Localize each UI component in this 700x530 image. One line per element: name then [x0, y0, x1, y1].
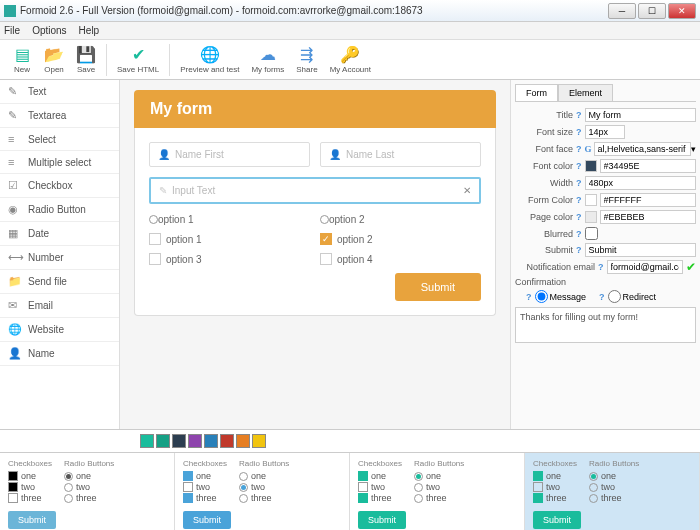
palette-swatch[interactable]: [236, 434, 250, 448]
palette-swatch[interactable]: [156, 434, 170, 448]
prop-blurred-checkbox[interactable]: [585, 227, 598, 240]
palette-swatch[interactable]: [204, 434, 218, 448]
theme-metro[interactable]: CheckboxesonetwothreeRadio Buttonsonetwo…: [175, 453, 350, 530]
help-icon[interactable]: ?: [526, 292, 532, 302]
tab-form[interactable]: Form: [515, 84, 558, 101]
widget-send-file[interactable]: 📁Send file: [0, 270, 119, 294]
prop-fontsize-input[interactable]: [585, 125, 625, 139]
window-maximize-button[interactable]: ☐: [638, 3, 666, 19]
palette-swatch[interactable]: [140, 434, 154, 448]
theme-solid[interactable]: CheckboxesonetwothreeRadio Buttonsonetwo…: [525, 453, 700, 530]
theme-checkbox[interactable]: three: [8, 493, 52, 503]
tab-element[interactable]: Element: [558, 84, 613, 101]
theme-checkbox[interactable]: three: [183, 493, 227, 503]
theme-checkbox[interactable]: ✓one: [8, 471, 52, 481]
help-icon[interactable]: ?: [576, 229, 582, 239]
theme-checkbox[interactable]: three: [358, 493, 402, 503]
help-icon[interactable]: ?: [576, 161, 582, 171]
palette-swatch[interactable]: [188, 434, 202, 448]
theme-submit-button[interactable]: Submit: [183, 511, 231, 529]
confirmation-message-radio[interactable]: [535, 290, 548, 303]
confirmation-redirect-radio[interactable]: [608, 290, 621, 303]
widget-name[interactable]: 👤Name: [0, 342, 119, 366]
theme-radio[interactable]: one: [64, 471, 114, 481]
toolbar-savehtml-button[interactable]: ✔Save HTML: [111, 43, 165, 76]
menu-options[interactable]: Options: [32, 25, 66, 36]
help-icon[interactable]: ?: [576, 127, 582, 137]
widget-website[interactable]: 🌐Website: [0, 318, 119, 342]
theme-radio[interactable]: three: [239, 493, 289, 503]
widget-email[interactable]: ✉Email: [0, 294, 119, 318]
form-title[interactable]: My form: [134, 90, 496, 128]
widget-text[interactable]: ✎Text: [0, 80, 119, 104]
prop-notifemail-input[interactable]: [607, 260, 684, 274]
toolbar-open-button[interactable]: 📂Open: [38, 43, 70, 76]
color-swatch[interactable]: [585, 194, 597, 206]
palette-swatch[interactable]: [172, 434, 186, 448]
widget-radio-button[interactable]: ◉Radio Button: [0, 198, 119, 222]
theme-radio[interactable]: one: [414, 471, 464, 481]
toolbar-new-button[interactable]: ▤New: [6, 43, 38, 76]
form-canvas[interactable]: My form 👤Name First 👤Name Last ✎Input Te…: [120, 80, 510, 429]
prop-title-input[interactable]: [585, 108, 697, 122]
color-swatch[interactable]: [585, 160, 597, 172]
theme-checkbox[interactable]: two: [533, 482, 577, 492]
dropdown-icon[interactable]: ▾: [691, 144, 696, 154]
palette-swatch[interactable]: [252, 434, 266, 448]
toolbar-save-button[interactable]: 💾Save: [70, 43, 102, 76]
theme-radio[interactable]: one: [239, 471, 289, 481]
theme-checkbox[interactable]: ✓two: [8, 482, 52, 492]
help-icon[interactable]: ?: [576, 195, 582, 205]
toolbar-myforms-button[interactable]: ☁My forms: [245, 43, 290, 76]
widget-number[interactable]: ⟷Number: [0, 246, 119, 270]
theme-checkbox[interactable]: one: [183, 471, 227, 481]
widget-multiple-select[interactable]: ≡Multiple select: [0, 151, 119, 174]
theme-checkbox[interactable]: two: [183, 482, 227, 492]
check-option-1[interactable]: option 1: [149, 233, 310, 245]
theme-radio[interactable]: two: [64, 482, 114, 492]
name-first-field[interactable]: 👤Name First: [149, 142, 310, 167]
radio-option-1[interactable]: option 1: [149, 214, 310, 225]
theme-checkbox[interactable]: one: [533, 471, 577, 481]
theme-submit-button[interactable]: Submit: [533, 511, 581, 529]
help-icon[interactable]: ?: [599, 292, 605, 302]
prop-pagecolor-input[interactable]: [600, 210, 697, 224]
theme-radio[interactable]: two: [239, 482, 289, 492]
theme-radio[interactable]: one: [589, 471, 639, 481]
prop-formcolor-input[interactable]: [600, 193, 697, 207]
form-submit-button[interactable]: Submit: [395, 273, 481, 301]
theme-checkbox[interactable]: two: [358, 482, 402, 492]
theme-radio[interactable]: three: [589, 493, 639, 503]
palette-swatch[interactable]: [220, 434, 234, 448]
theme-submit-button[interactable]: Submit: [8, 511, 56, 529]
theme-radio[interactable]: two: [414, 482, 464, 492]
theme-checkbox[interactable]: three: [533, 493, 577, 503]
help-icon[interactable]: ?: [576, 212, 582, 222]
confirmation-text[interactable]: Thanks for filling out my form!: [515, 307, 696, 343]
check-option-4[interactable]: option 4: [320, 253, 481, 265]
theme-radio[interactable]: two: [589, 482, 639, 492]
toolbar-share-button[interactable]: ⇶Share: [290, 43, 323, 76]
prop-fontcolor-input[interactable]: [600, 159, 697, 173]
widget-select[interactable]: ≡Select: [0, 128, 119, 151]
close-icon[interactable]: ✕: [463, 185, 471, 196]
help-icon[interactable]: ?: [576, 245, 582, 255]
radio-option-2[interactable]: option 2: [320, 214, 481, 225]
window-close-button[interactable]: ✕: [668, 3, 696, 19]
window-minimize-button[interactable]: ─: [608, 3, 636, 19]
prop-fontface-input[interactable]: [594, 142, 691, 156]
prop-width-input[interactable]: [585, 176, 697, 190]
help-icon[interactable]: ?: [576, 144, 582, 154]
menu-file[interactable]: File: [4, 25, 20, 36]
widget-textarea[interactable]: ✎Textarea: [0, 104, 119, 128]
theme-flat[interactable]: CheckboxesonetwothreeRadio Buttonsonetwo…: [350, 453, 525, 530]
input-text-field[interactable]: ✎Input Text✕: [149, 177, 481, 204]
color-swatch[interactable]: [585, 211, 597, 223]
theme-radio[interactable]: three: [64, 493, 114, 503]
help-icon[interactable]: ?: [598, 262, 604, 272]
theme-submit-button[interactable]: Submit: [358, 511, 406, 529]
toolbar-account-button[interactable]: 🔑My Account: [324, 43, 377, 76]
name-last-field[interactable]: 👤Name Last: [320, 142, 481, 167]
theme-checkbox[interactable]: one: [358, 471, 402, 481]
theme-radio[interactable]: three: [414, 493, 464, 503]
